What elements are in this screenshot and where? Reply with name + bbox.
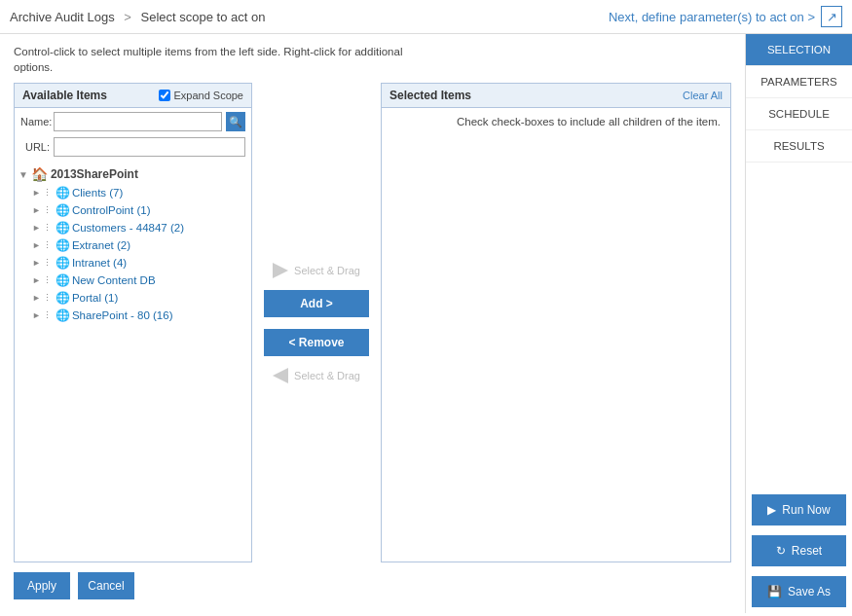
tree-root[interactable]: ▼ 🏠 2013SharePoint xyxy=(19,164,247,184)
tree-item-label-1: Clients (7) xyxy=(72,187,123,199)
available-items-title: Available Items xyxy=(22,89,107,102)
expand-scope-label: Expand Scope xyxy=(173,90,243,101)
cancel-button[interactable]: Cancel xyxy=(78,572,134,599)
arrow-left-icon xyxy=(273,368,288,383)
child-expand-4[interactable]: ► xyxy=(32,240,41,250)
url-label: URL: xyxy=(20,141,50,153)
tree-item-label-5: Intranet (4) xyxy=(72,257,127,269)
breadcrumb-sep: > xyxy=(124,10,131,24)
list-item[interactable]: ► ⋮ 🌐 Intranet (4) xyxy=(32,254,247,272)
root-collapse-icon[interactable]: ▼ xyxy=(19,169,28,180)
selected-items-panel: Selected Items Clear All Check check-box… xyxy=(381,83,731,562)
child-expand-5[interactable]: ► xyxy=(32,258,41,268)
search-button[interactable]: 🔍 xyxy=(226,112,245,131)
list-item[interactable]: ​►​ ⋮ 🌐 Clients (7) xyxy=(32,184,247,201)
child-expand-2[interactable]: ► xyxy=(32,205,41,215)
middle-controls: Select & Drag Add > < Remove Select & Dr… xyxy=(252,83,381,562)
save-as-button[interactable]: 💾 Save As xyxy=(752,576,846,607)
list-item[interactable]: ► ⋮ 🌐 New Content DB xyxy=(32,272,247,289)
left-hint: Control-click to select multiple items f… xyxy=(14,44,403,75)
tree-area: ▼ 🏠 2013SharePoint ​►​ ⋮ 🌐 Clients (7) xyxy=(15,161,251,562)
globe-icon-5: 🌐 xyxy=(56,256,70,270)
tree-item-label-6: New Content DB xyxy=(72,274,156,286)
child-expand-3[interactable]: ► xyxy=(32,223,41,233)
tree-item-label-3: Customers - 44847 (2) xyxy=(72,222,184,234)
sidebar-item-results[interactable]: RESULTS xyxy=(746,130,852,163)
sidebar-item-parameters[interactable]: PARAMETERS xyxy=(746,66,852,98)
child-expand-6[interactable]: ► xyxy=(32,275,41,285)
right-hint: Check check-boxes to include all childre… xyxy=(382,108,730,135)
reset-icon: ↻ xyxy=(776,544,786,558)
breadcrumb: Archive Audit Logs > Select scope to act… xyxy=(10,10,265,24)
child-expand-7[interactable]: ► xyxy=(32,293,41,303)
url-input[interactable] xyxy=(54,137,245,157)
available-items-panel: Available Items Expand Scope Name: 🔍 URL… xyxy=(14,83,252,562)
tree-item-label-8: SharePoint - 80 (16) xyxy=(72,309,173,321)
list-item[interactable]: ► ⋮ 🌐 Portal (1) xyxy=(32,289,247,307)
expand-scope-checkbox[interactable] xyxy=(159,90,170,101)
selected-items-area xyxy=(382,135,730,562)
globe-icon-3: 🌐 xyxy=(56,221,70,235)
save-icon: 💾 xyxy=(767,585,782,598)
list-item[interactable]: ► ⋮ 🌐 SharePoint - 80 (16) xyxy=(32,307,247,324)
apply-button[interactable]: Apply xyxy=(14,572,70,599)
play-icon: ▶ xyxy=(767,503,776,517)
select-drag-bottom: Select & Drag xyxy=(273,368,360,383)
sidebar-item-selection[interactable]: SELECTION xyxy=(746,34,852,66)
right-sidebar: SELECTION PARAMETERS SCHEDULE RESULTS ▶ … xyxy=(745,34,852,613)
arrow-right-icon xyxy=(273,263,288,278)
tree-children: ​►​ ⋮ 🌐 Clients (7) ► ⋮ 🌐 ControlPoint (… xyxy=(32,184,247,324)
globe-icon-2: 🌐 xyxy=(56,203,70,217)
list-item[interactable]: ► ⋮ 🌐 Extranet (2) xyxy=(32,236,247,254)
tree-item-label-7: Portal (1) xyxy=(72,292,118,304)
globe-icon-8: 🌐 xyxy=(56,308,70,322)
globe-icon-7: 🌐 xyxy=(56,291,70,305)
tree-item-label-2: ControlPoint (1) xyxy=(72,204,151,216)
list-item[interactable]: ► ⋮ 🌐 Customers - 44847 (2) xyxy=(32,219,247,236)
name-search-input[interactable] xyxy=(54,112,222,131)
expand-scope-control[interactable]: Expand Scope xyxy=(159,90,243,101)
next-link[interactable]: Next, define parameter(s) to act on > xyxy=(609,10,815,24)
root-label: 2013SharePoint xyxy=(51,167,138,181)
child-expand-8[interactable]: ► xyxy=(32,310,41,320)
name-label: Name: xyxy=(20,116,50,127)
globe-icon-6: 🌐 xyxy=(56,273,70,287)
breadcrumb-part2: Select scope to act on xyxy=(141,10,266,24)
remove-button[interactable]: < Remove xyxy=(264,329,369,356)
reset-button[interactable]: ↻ Reset xyxy=(752,535,846,566)
list-item[interactable]: ► ⋮ 🌐 ControlPoint (1) xyxy=(32,201,247,219)
globe-icon-4: 🌐 xyxy=(56,238,70,252)
clear-all-button[interactable]: Clear All xyxy=(683,90,722,101)
home-icon: 🏠 xyxy=(31,166,48,182)
tree-item-label-4: Extranet (2) xyxy=(72,239,130,251)
add-button[interactable]: Add > xyxy=(264,290,369,317)
run-now-button[interactable]: ▶ Run Now xyxy=(752,494,846,525)
sidebar-item-schedule[interactable]: SCHEDULE xyxy=(746,98,852,130)
child-expand-1[interactable]: ​►​ xyxy=(32,188,41,198)
selected-items-title: Selected Items xyxy=(389,89,471,102)
bottom-actions: Apply Cancel xyxy=(14,562,731,603)
select-drag-top: Select & Drag xyxy=(273,263,360,278)
export-icon[interactable]: ↗ xyxy=(821,6,842,27)
breadcrumb-part1: Archive Audit Logs xyxy=(10,10,115,24)
globe-icon-1: 🌐 xyxy=(56,186,70,199)
